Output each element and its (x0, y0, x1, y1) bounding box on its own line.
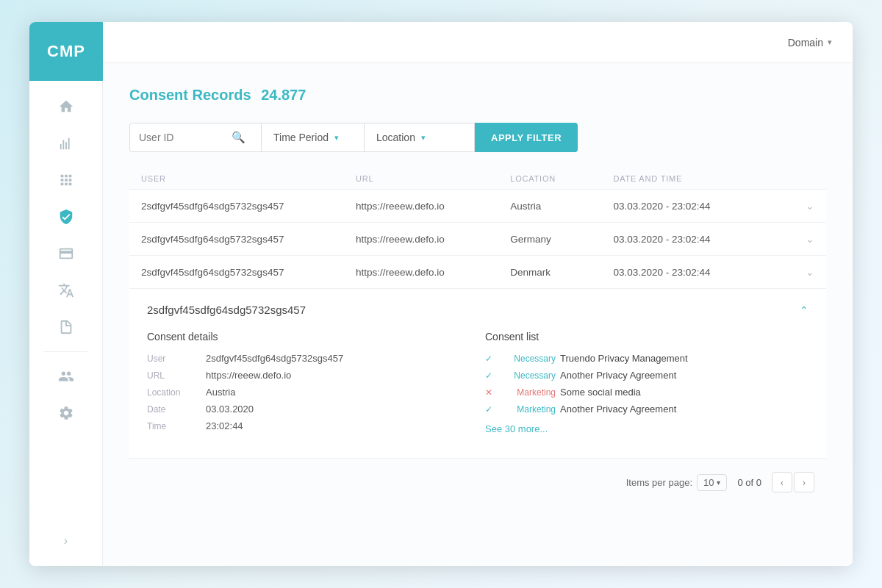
expanded-collapse-icon[interactable]: ⌃ (800, 304, 808, 316)
check-icon: ✕ (485, 387, 492, 398)
detail-row-url: URL https://reeew.defo.io (147, 370, 470, 381)
row-location: Austria (510, 201, 613, 212)
row-expand-icon: ⌄ (785, 233, 814, 245)
consent-table: USER URL LOCATION DATE AND TIME 2sdfgvf4… (129, 174, 826, 459)
expanded-row: 2sdfgvf45sdfg64sdg5732sgs457 ⌃ Consent d… (129, 289, 826, 459)
consent-item-name: Truendo Privacy Management (560, 353, 688, 364)
user-id-input[interactable] (139, 132, 227, 143)
topbar: Domain ▾ (103, 22, 853, 63)
sidebar-item-users[interactable] (46, 360, 87, 392)
row-datetime: 03.03.2020 - 23:02:44 (613, 201, 785, 212)
detail-value-date: 03.03.2020 (206, 404, 470, 415)
row-location: Denmark (510, 267, 613, 278)
sidebar-item-settings[interactable] (46, 397, 87, 429)
table-row[interactable]: 2sdfgvf45sdfg64sdg5732sgs457 https://ree… (129, 190, 826, 223)
main-content: Domain ▾ Consent Records 24.877 🔍 Time P… (103, 22, 853, 566)
user-id-input-wrap[interactable]: 🔍 (129, 123, 262, 152)
check-icon: ✓ (485, 370, 492, 381)
apply-filter-button[interactable]: APPLY FILTER (475, 123, 578, 152)
consent-item-name: Another Privacy Agreement (560, 370, 676, 381)
location-chevron-icon: ▾ (421, 133, 426, 143)
row-url: https://reeew.defo.io (356, 234, 510, 245)
per-page-value: 10 (703, 477, 714, 488)
sidebar-item-translate[interactable] (46, 274, 87, 306)
consent-type: Marketing (497, 404, 556, 415)
consent-list-title: Consent list (485, 331, 808, 343)
expanded-content: Consent details User 2sdfgvf45sdfg64sdg5… (147, 331, 808, 437)
sidebar-bottom: › (29, 525, 102, 566)
sidebar-item-shield[interactable] (46, 201, 87, 233)
page-title-text: Consent Records (129, 87, 251, 103)
items-per-page: Items per page: 10 ▾ (626, 474, 728, 491)
per-page-chevron-icon: ▾ (717, 478, 720, 487)
search-icon: 🔍 (232, 131, 245, 144)
col-url: URL (356, 174, 510, 183)
table-row[interactable]: 2sdfgvf45sdfg64sdg5732sgs457 https://ree… (129, 223, 826, 256)
consent-list-panel: Consent list ✓ Necessary Truendo Privacy… (485, 331, 808, 437)
detail-label-time: Time (147, 420, 206, 431)
page-info: 0 of 0 (737, 477, 761, 488)
domain-selector[interactable]: Domain ▾ (788, 37, 832, 49)
detail-value-url: https://reeew.defo.io (206, 370, 470, 381)
page-title: Consent Records 24.877 (129, 87, 826, 104)
table-header: USER URL LOCATION DATE AND TIME (129, 174, 826, 190)
sidebar-expand-button[interactable]: › (46, 525, 87, 557)
consent-item-name: Some social media (560, 387, 641, 398)
detail-row-location: Location Austria (147, 387, 470, 398)
items-per-page-label: Items per page: (626, 477, 692, 488)
table-row[interactable]: 2sdfgvf45sdfg64sdg5732sgs457 https://ree… (129, 256, 826, 289)
col-datetime: DATE AND TIME (613, 174, 785, 183)
sidebar-divider (44, 351, 87, 352)
sidebar: CMP (29, 22, 103, 566)
row-datetime: 03.03.2020 - 23:02:44 (613, 267, 785, 278)
pagination-bar: Items per page: 10 ▾ 0 of 0 ‹ › (129, 459, 826, 495)
detail-label-location: Location (147, 387, 206, 398)
app-logo: CMP (29, 22, 103, 81)
sidebar-item-apps[interactable] (46, 164, 87, 196)
detail-label-user: User (147, 353, 206, 364)
row-user: 2sdfgvf45sdfg64sdg5732sgs457 (141, 267, 356, 278)
page-nav: ‹ › (772, 472, 814, 492)
next-page-button[interactable]: › (794, 472, 814, 492)
prev-page-button[interactable]: ‹ (772, 472, 792, 492)
row-location: Germany (510, 234, 613, 245)
detail-label-date: Date (147, 404, 206, 415)
detail-label-url: URL (147, 370, 206, 381)
sidebar-item-card[interactable] (46, 237, 87, 270)
time-period-dropdown[interactable]: Time Period ▾ (262, 123, 365, 152)
domain-label: Domain (788, 37, 823, 49)
detail-value-user: 2sdfgvf45sdfg64sdg5732sgs457 (206, 353, 470, 364)
row-expand-icon: ⌄ (785, 266, 814, 278)
col-location: LOCATION (510, 174, 613, 183)
consent-type: Necessary (497, 354, 556, 364)
sidebar-item-document[interactable] (46, 311, 87, 343)
detail-value-time: 23:02:44 (206, 420, 470, 431)
detail-row-date: Date 03.03.2020 (147, 404, 470, 415)
filter-bar: 🔍 Time Period ▾ Location ▾ APPLY FILTER (129, 123, 826, 152)
time-period-label: Time Period (273, 132, 329, 143)
detail-value-location: Austria (206, 387, 470, 398)
sidebar-item-home[interactable] (46, 90, 87, 123)
domain-chevron-icon: ▾ (828, 37, 832, 47)
consent-list-item: ✓ Marketing Another Privacy Agreement (485, 404, 808, 415)
expanded-user-id-text: 2sdfgvf45sdfg64sdg5732sgs457 (147, 304, 306, 316)
consent-details-panel: Consent details User 2sdfgvf45sdfg64sdg5… (147, 331, 470, 437)
detail-row-time: Time 23:02:44 (147, 420, 470, 431)
check-icon: ✓ (485, 354, 492, 364)
row-user: 2sdfgvf45sdfg64sdg5732sgs457 (141, 234, 356, 245)
location-label: Location (376, 132, 415, 143)
sidebar-item-chart[interactable] (46, 127, 87, 159)
col-user: USER (141, 174, 356, 183)
row-expand-icon: ⌄ (785, 200, 814, 212)
sidebar-nav (29, 81, 102, 525)
col-actions (785, 174, 814, 183)
time-period-chevron-icon: ▾ (334, 133, 339, 143)
consent-list-item: ✓ Necessary Another Privacy Agreement (485, 370, 808, 381)
consent-type: Marketing (497, 387, 556, 398)
check-icon: ✓ (485, 404, 492, 415)
see-more-link[interactable]: See 30 more... (485, 423, 548, 434)
page-title-count: 24.877 (261, 87, 306, 103)
consent-item-name: Another Privacy Agreement (560, 404, 676, 415)
per-page-selector[interactable]: 10 ▾ (697, 474, 727, 491)
location-dropdown[interactable]: Location ▾ (365, 123, 475, 152)
